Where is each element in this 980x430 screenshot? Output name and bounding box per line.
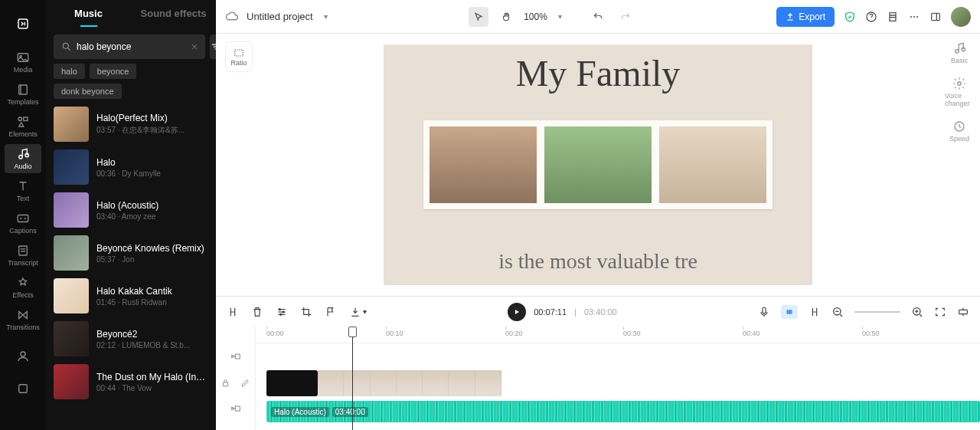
svg-line-16	[68, 48, 70, 51]
zoom-slider[interactable]	[854, 311, 900, 313]
svg-rect-10	[19, 246, 28, 255]
cursor-tool[interactable]	[469, 7, 488, 27]
search-input[interactable]	[77, 41, 191, 52]
song-item[interactable]: Halo00:36 · Dy Kamylle	[54, 149, 208, 185]
svg-point-23	[913, 15, 915, 17]
search-clear-button[interactable]: ×	[191, 41, 198, 53]
ai-badge[interactable]	[781, 305, 798, 319]
nav-transitions[interactable]: Transitions	[5, 305, 41, 334]
audio-tabs: Music Sound effects	[46, 0, 216, 27]
svg-point-24	[916, 15, 918, 17]
project-title[interactable]: Untitled project	[247, 11, 313, 22]
tab-music[interactable]: Music	[46, 8, 131, 27]
more-icon[interactable]	[908, 11, 920, 23]
ratio-label: Ratio	[230, 59, 247, 67]
playhead-knob[interactable]	[348, 327, 357, 337]
chevron-down-icon[interactable]: ▾	[324, 12, 328, 21]
song-item[interactable]: The Dust on My Halo (Instrumental)00:44 …	[54, 364, 208, 399]
time-separator: |	[574, 307, 577, 317]
split-tool[interactable]	[227, 306, 239, 318]
timeline-ruler[interactable]: 00:00 00:10 00:20 00:30 00:40 00:50	[256, 327, 980, 343]
chip[interactable]: donk beyonce	[54, 84, 122, 99]
flag-tool[interactable]	[325, 306, 337, 318]
download-tool[interactable]: ▾	[349, 306, 367, 318]
svg-point-5	[18, 117, 22, 121]
ratio-tool[interactable]: Ratio	[225, 41, 253, 72]
nav-more[interactable]	[5, 374, 41, 403]
song-item[interactable]: Halo(Perfect Mix)03:57 · 在忠&李翰涛&苏...	[54, 107, 208, 142]
nav-text[interactable]: Text	[5, 176, 41, 205]
song-meta: 01:45 · Rusli Ridwan	[96, 298, 172, 307]
app-logo[interactable]	[5, 9, 41, 38]
search-input-wrap: ×	[54, 34, 205, 59]
zoom-in-icon[interactable]	[911, 306, 923, 318]
song-list[interactable]: Halo(Perfect Mix)03:57 · 在忠&李翰涛&苏... Hal…	[46, 107, 216, 430]
tool-basic[interactable]: Basic	[945, 38, 974, 67]
lock-icon[interactable]	[220, 378, 230, 388]
hand-tool[interactable]	[496, 7, 516, 27]
song-item[interactable]: Halo Kakak Cantik01:45 · Rusli Ridwan	[54, 278, 208, 313]
help-icon[interactable]	[865, 11, 877, 23]
tool-speed[interactable]: Speed	[945, 117, 974, 146]
nav-audio[interactable]: Audio	[5, 144, 41, 173]
cloud-icon[interactable]	[225, 10, 239, 24]
preview-area: Ratio My Family is the most valuable tre…	[216, 34, 980, 296]
audio-side-panel: Music Sound effects × halo beyonce donk …	[46, 0, 216, 430]
svg-rect-21	[890, 17, 896, 21]
time-total: 03:40:00	[584, 307, 617, 317]
nav-captions[interactable]: Captions	[5, 208, 41, 238]
song-meta: 00:36 · Dy Kamylle	[96, 169, 161, 178]
svg-rect-39	[786, 310, 792, 313]
nav-transcript[interactable]: Transcript	[5, 241, 41, 270]
audio-clip[interactable]: Halo (Acoustic) 03:40:00	[266, 401, 980, 422]
video-preview[interactable]: My Family is the most valuable tre	[384, 44, 812, 285]
zoom-level[interactable]: 100%	[524, 11, 547, 22]
left-nav: Media Templates Elements Audio Text Capt…	[0, 0, 46, 430]
delete-tool[interactable]	[251, 306, 263, 318]
chip[interactable]: halo	[54, 64, 85, 79]
avatar[interactable]	[951, 7, 971, 27]
svg-rect-14	[19, 385, 28, 393]
export-icon	[786, 12, 795, 21]
svg-rect-9	[18, 215, 28, 222]
black-clip[interactable]	[266, 370, 318, 396]
print-icon[interactable]	[887, 11, 899, 23]
frame-subtitle: is the most valuable tre	[498, 249, 697, 274]
svg-point-36	[283, 311, 284, 313]
song-item[interactable]: Halo (Acoustic)03:40 · Amoy zee	[54, 192, 208, 228]
edit-icon[interactable]	[240, 378, 250, 388]
svg-point-37	[280, 313, 282, 315]
video-track-head[interactable]	[216, 343, 255, 369]
collapse-icon[interactable]	[957, 306, 969, 318]
song-item[interactable]: Beyoncé Knowles (Remix)05:37 · Jon	[54, 235, 208, 271]
zoom-out-icon[interactable]	[831, 306, 844, 318]
video-clip[interactable]	[318, 370, 501, 396]
redo-button[interactable]	[616, 7, 635, 27]
nav-elements[interactable]: Elements	[5, 112, 41, 141]
song-item[interactable]: Beyoncé202:12 · LUMEMOB & St.b...	[54, 321, 208, 356]
mic-icon[interactable]	[758, 306, 770, 318]
chip[interactable]: beyonce	[90, 64, 137, 79]
svg-point-28	[956, 50, 959, 54]
tool-voice-changer[interactable]: Voice changer	[945, 74, 974, 110]
nav-templates[interactable]: Templates	[5, 80, 41, 109]
panel-icon[interactable]	[929, 11, 942, 23]
playhead[interactable]	[352, 327, 353, 430]
chevron-down-icon[interactable]: ▾	[558, 12, 562, 21]
song-thumb	[54, 278, 89, 313]
nav-media[interactable]: Media	[5, 48, 41, 77]
crop-tool[interactable]	[300, 306, 312, 318]
audio-track-head[interactable]	[216, 396, 255, 422]
audio-clip-dur: 03:40:00	[332, 407, 368, 417]
nav-effects[interactable]: Effects	[5, 273, 41, 302]
magnet-icon[interactable]	[808, 306, 821, 318]
fit-icon[interactable]	[934, 306, 946, 318]
shield-icon[interactable]	[844, 11, 856, 23]
adjust-tool[interactable]	[276, 306, 288, 318]
song-title: The Dust on My Halo (Instrumental)	[96, 372, 208, 382]
export-button[interactable]: Export	[776, 7, 835, 27]
undo-button[interactable]	[588, 7, 608, 27]
nav-user[interactable]	[5, 342, 41, 371]
tab-sound-effects[interactable]: Sound effects	[131, 8, 216, 27]
play-button[interactable]	[508, 303, 526, 321]
